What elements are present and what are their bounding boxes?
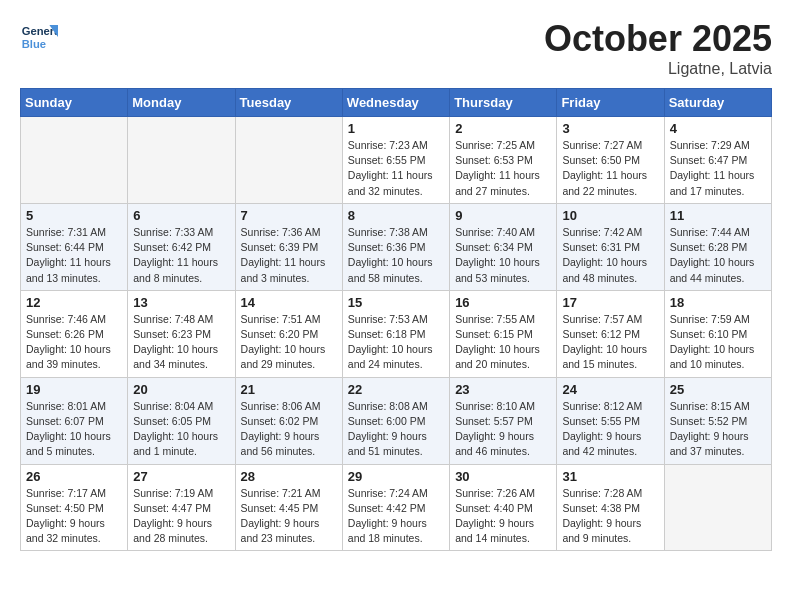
cell-info: Sunrise: 7:17 AM Sunset: 4:50 PM Dayligh… xyxy=(26,486,122,547)
cell-info: Sunrise: 7:44 AM Sunset: 6:28 PM Dayligh… xyxy=(670,225,766,286)
day-number: 5 xyxy=(26,208,122,223)
calendar-cell: 6Sunrise: 7:33 AM Sunset: 6:42 PM Daylig… xyxy=(128,203,235,290)
day-number: 2 xyxy=(455,121,551,136)
cell-info: Sunrise: 7:26 AM Sunset: 4:40 PM Dayligh… xyxy=(455,486,551,547)
day-number: 11 xyxy=(670,208,766,223)
day-number: 20 xyxy=(133,382,229,397)
day-number: 9 xyxy=(455,208,551,223)
calendar-cell: 4Sunrise: 7:29 AM Sunset: 6:47 PM Daylig… xyxy=(664,117,771,204)
calendar-cell: 23Sunrise: 8:10 AM Sunset: 5:57 PM Dayli… xyxy=(450,377,557,464)
day-number: 21 xyxy=(241,382,337,397)
cell-info: Sunrise: 7:46 AM Sunset: 6:26 PM Dayligh… xyxy=(26,312,122,373)
calendar-cell: 8Sunrise: 7:38 AM Sunset: 6:36 PM Daylig… xyxy=(342,203,449,290)
month-title: October 2025 xyxy=(544,18,772,60)
day-number: 23 xyxy=(455,382,551,397)
svg-text:Blue: Blue xyxy=(22,38,46,50)
calendar-cell: 17Sunrise: 7:57 AM Sunset: 6:12 PM Dayli… xyxy=(557,290,664,377)
calendar-cell: 1Sunrise: 7:23 AM Sunset: 6:55 PM Daylig… xyxy=(342,117,449,204)
location: Ligatne, Latvia xyxy=(544,60,772,78)
day-number: 6 xyxy=(133,208,229,223)
weekday-wednesday: Wednesday xyxy=(342,89,449,117)
day-number: 27 xyxy=(133,469,229,484)
cell-info: Sunrise: 7:36 AM Sunset: 6:39 PM Dayligh… xyxy=(241,225,337,286)
cell-info: Sunrise: 7:55 AM Sunset: 6:15 PM Dayligh… xyxy=(455,312,551,373)
title-area: October 2025 Ligatne, Latvia xyxy=(544,18,772,78)
calendar-cell: 29Sunrise: 7:24 AM Sunset: 4:42 PM Dayli… xyxy=(342,464,449,551)
cell-info: Sunrise: 7:40 AM Sunset: 6:34 PM Dayligh… xyxy=(455,225,551,286)
day-number: 4 xyxy=(670,121,766,136)
weekday-friday: Friday xyxy=(557,89,664,117)
calendar-cell xyxy=(235,117,342,204)
day-number: 22 xyxy=(348,382,444,397)
cell-info: Sunrise: 7:33 AM Sunset: 6:42 PM Dayligh… xyxy=(133,225,229,286)
calendar-cell xyxy=(664,464,771,551)
day-number: 12 xyxy=(26,295,122,310)
calendar-cell: 5Sunrise: 7:31 AM Sunset: 6:44 PM Daylig… xyxy=(21,203,128,290)
calendar-cell: 14Sunrise: 7:51 AM Sunset: 6:20 PM Dayli… xyxy=(235,290,342,377)
day-number: 29 xyxy=(348,469,444,484)
day-number: 8 xyxy=(348,208,444,223)
cell-info: Sunrise: 7:57 AM Sunset: 6:12 PM Dayligh… xyxy=(562,312,658,373)
day-number: 7 xyxy=(241,208,337,223)
calendar-cell: 7Sunrise: 7:36 AM Sunset: 6:39 PM Daylig… xyxy=(235,203,342,290)
day-number: 30 xyxy=(455,469,551,484)
day-number: 16 xyxy=(455,295,551,310)
day-number: 13 xyxy=(133,295,229,310)
cell-info: Sunrise: 8:06 AM Sunset: 6:02 PM Dayligh… xyxy=(241,399,337,460)
cell-info: Sunrise: 7:27 AM Sunset: 6:50 PM Dayligh… xyxy=(562,138,658,199)
weekday-saturday: Saturday xyxy=(664,89,771,117)
calendar-cell: 16Sunrise: 7:55 AM Sunset: 6:15 PM Dayli… xyxy=(450,290,557,377)
header: General Blue October 2025 Ligatne, Latvi… xyxy=(20,18,772,78)
weekday-header-row: SundayMondayTuesdayWednesdayThursdayFrid… xyxy=(21,89,772,117)
cell-info: Sunrise: 7:19 AM Sunset: 4:47 PM Dayligh… xyxy=(133,486,229,547)
cell-info: Sunrise: 7:53 AM Sunset: 6:18 PM Dayligh… xyxy=(348,312,444,373)
day-number: 28 xyxy=(241,469,337,484)
calendar-cell: 15Sunrise: 7:53 AM Sunset: 6:18 PM Dayli… xyxy=(342,290,449,377)
day-number: 10 xyxy=(562,208,658,223)
cell-info: Sunrise: 8:10 AM Sunset: 5:57 PM Dayligh… xyxy=(455,399,551,460)
day-number: 18 xyxy=(670,295,766,310)
calendar-cell: 12Sunrise: 7:46 AM Sunset: 6:26 PM Dayli… xyxy=(21,290,128,377)
calendar-week-2: 5Sunrise: 7:31 AM Sunset: 6:44 PM Daylig… xyxy=(21,203,772,290)
day-number: 14 xyxy=(241,295,337,310)
cell-info: Sunrise: 8:01 AM Sunset: 6:07 PM Dayligh… xyxy=(26,399,122,460)
day-number: 19 xyxy=(26,382,122,397)
calendar-cell: 25Sunrise: 8:15 AM Sunset: 5:52 PM Dayli… xyxy=(664,377,771,464)
calendar-cell: 13Sunrise: 7:48 AM Sunset: 6:23 PM Dayli… xyxy=(128,290,235,377)
cell-info: Sunrise: 8:15 AM Sunset: 5:52 PM Dayligh… xyxy=(670,399,766,460)
day-number: 31 xyxy=(562,469,658,484)
logo-icon: General Blue xyxy=(20,18,58,56)
calendar-week-3: 12Sunrise: 7:46 AM Sunset: 6:26 PM Dayli… xyxy=(21,290,772,377)
weekday-monday: Monday xyxy=(128,89,235,117)
calendar-cell xyxy=(21,117,128,204)
calendar-cell: 18Sunrise: 7:59 AM Sunset: 6:10 PM Dayli… xyxy=(664,290,771,377)
cell-info: Sunrise: 7:23 AM Sunset: 6:55 PM Dayligh… xyxy=(348,138,444,199)
day-number: 25 xyxy=(670,382,766,397)
cell-info: Sunrise: 7:24 AM Sunset: 4:42 PM Dayligh… xyxy=(348,486,444,547)
weekday-thursday: Thursday xyxy=(450,89,557,117)
cell-info: Sunrise: 7:42 AM Sunset: 6:31 PM Dayligh… xyxy=(562,225,658,286)
cell-info: Sunrise: 7:25 AM Sunset: 6:53 PM Dayligh… xyxy=(455,138,551,199)
cell-info: Sunrise: 7:51 AM Sunset: 6:20 PM Dayligh… xyxy=(241,312,337,373)
cell-info: Sunrise: 8:08 AM Sunset: 6:00 PM Dayligh… xyxy=(348,399,444,460)
calendar-cell: 22Sunrise: 8:08 AM Sunset: 6:00 PM Dayli… xyxy=(342,377,449,464)
cell-info: Sunrise: 7:28 AM Sunset: 4:38 PM Dayligh… xyxy=(562,486,658,547)
weekday-sunday: Sunday xyxy=(21,89,128,117)
calendar-cell: 20Sunrise: 8:04 AM Sunset: 6:05 PM Dayli… xyxy=(128,377,235,464)
cell-info: Sunrise: 8:04 AM Sunset: 6:05 PM Dayligh… xyxy=(133,399,229,460)
cell-info: Sunrise: 7:21 AM Sunset: 4:45 PM Dayligh… xyxy=(241,486,337,547)
calendar-cell: 19Sunrise: 8:01 AM Sunset: 6:07 PM Dayli… xyxy=(21,377,128,464)
calendar-cell: 28Sunrise: 7:21 AM Sunset: 4:45 PM Dayli… xyxy=(235,464,342,551)
day-number: 24 xyxy=(562,382,658,397)
calendar-cell xyxy=(128,117,235,204)
calendar-cell: 31Sunrise: 7:28 AM Sunset: 4:38 PM Dayli… xyxy=(557,464,664,551)
calendar-cell: 27Sunrise: 7:19 AM Sunset: 4:47 PM Dayli… xyxy=(128,464,235,551)
cell-info: Sunrise: 7:48 AM Sunset: 6:23 PM Dayligh… xyxy=(133,312,229,373)
calendar-cell: 26Sunrise: 7:17 AM Sunset: 4:50 PM Dayli… xyxy=(21,464,128,551)
calendar-cell: 2Sunrise: 7:25 AM Sunset: 6:53 PM Daylig… xyxy=(450,117,557,204)
calendar-cell: 24Sunrise: 8:12 AM Sunset: 5:55 PM Dayli… xyxy=(557,377,664,464)
day-number: 3 xyxy=(562,121,658,136)
cell-info: Sunrise: 8:12 AM Sunset: 5:55 PM Dayligh… xyxy=(562,399,658,460)
page: General Blue October 2025 Ligatne, Latvi… xyxy=(0,0,792,569)
cell-info: Sunrise: 7:31 AM Sunset: 6:44 PM Dayligh… xyxy=(26,225,122,286)
